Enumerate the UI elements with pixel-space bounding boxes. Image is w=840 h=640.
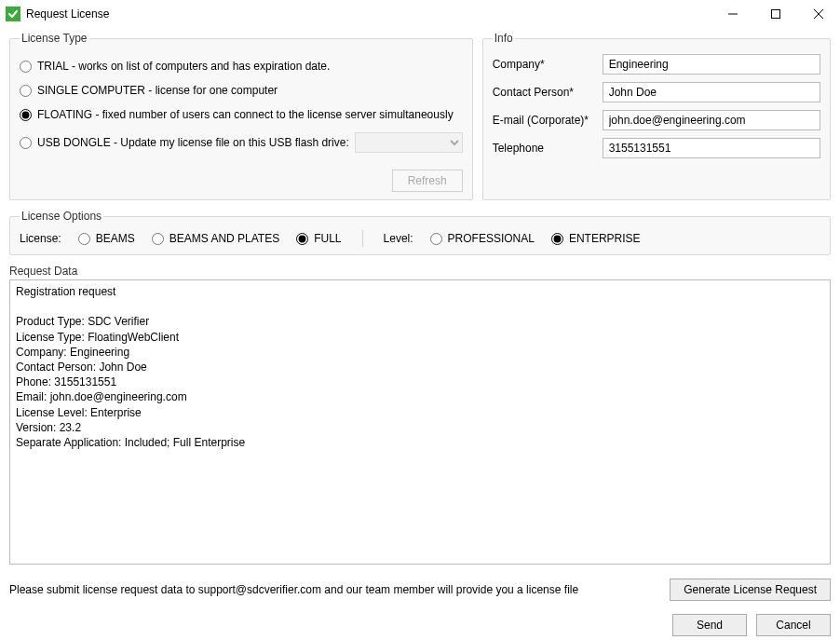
license-type-group: License Type TRIAL - works on list of co… — [9, 32, 473, 200]
minimize-button[interactable] — [711, 0, 754, 28]
license-options-group: License Options License: BEAMS BEAMS AND… — [9, 210, 831, 255]
radio-floating[interactable] — [20, 109, 32, 121]
license-type-usb-row: USB DONGLE - Update my license file on t… — [20, 127, 463, 158]
level-professional[interactable]: PROFESSIONAL — [430, 232, 535, 245]
email-label: E-mail (Corporate)* — [493, 114, 603, 127]
cancel-button[interactable]: Cancel — [756, 614, 831, 636]
request-data-legend: Request Data — [9, 265, 831, 278]
license-options-legend: License Options — [20, 210, 103, 223]
radio-single[interactable] — [20, 85, 32, 97]
radio-full[interactable] — [296, 233, 308, 245]
radio-beams[interactable] — [78, 233, 90, 245]
generate-license-request-button[interactable]: Generate License Request — [670, 579, 831, 601]
license-type-floating[interactable]: FLOATING - fixed number of users can con… — [20, 102, 463, 127]
radio-trial[interactable] — [20, 61, 32, 73]
radio-beams-plates[interactable] — [152, 233, 164, 245]
usb-drive-select — [355, 132, 463, 153]
level-enterprise[interactable]: ENTERPRISE — [551, 232, 641, 245]
request-data-textarea[interactable] — [9, 279, 831, 565]
radio-beams-plates-label: BEAMS AND PLATES — [169, 232, 279, 245]
app-icon — [6, 7, 20, 21]
radio-enterprise-label: ENTERPRISE — [569, 232, 641, 245]
send-button[interactable]: Send — [672, 614, 747, 636]
license-label: License: — [20, 232, 61, 245]
info-legend: Info — [493, 32, 515, 45]
refresh-button: Refresh — [392, 170, 463, 192]
license-full[interactable]: FULL — [296, 232, 341, 245]
info-group: Info Company* Contact Person* E-mail (Co… — [482, 32, 831, 200]
titlebar: Request License — [0, 0, 840, 28]
radio-usb-label: USB DONGLE - Update my license file on t… — [37, 136, 349, 149]
radio-full-label: FULL — [314, 232, 341, 245]
email-input[interactable] — [603, 110, 820, 130]
options-separator — [362, 230, 363, 247]
license-beams[interactable]: BEAMS — [78, 232, 135, 245]
svg-rect-1 — [772, 10, 780, 19]
company-input[interactable] — [603, 54, 820, 75]
maximize-button[interactable] — [754, 0, 797, 28]
license-beams-plates[interactable]: BEAMS AND PLATES — [152, 232, 279, 245]
contact-label: Contact Person* — [493, 86, 603, 99]
company-label: Company* — [493, 58, 603, 71]
radio-trial-label: TRIAL - works on list of computers and h… — [37, 60, 330, 73]
radio-usb[interactable] — [20, 137, 32, 149]
license-type-single[interactable]: SINGLE COMPUTER - license for one comput… — [20, 78, 463, 102]
radio-floating-label: FLOATING - fixed number of users can con… — [37, 108, 454, 121]
telephone-label: Telephone — [493, 142, 603, 155]
submit-instruction: Please submit license request data to su… — [9, 583, 670, 596]
telephone-input[interactable] — [603, 138, 820, 158]
radio-professional[interactable] — [430, 233, 442, 245]
window-title: Request License — [26, 7, 109, 20]
close-button[interactable] — [797, 0, 840, 28]
radio-beams-label: BEAMS — [96, 232, 135, 245]
radio-professional-label: PROFESSIONAL — [448, 232, 535, 245]
contact-input[interactable] — [603, 82, 820, 102]
license-type-trial[interactable]: TRIAL - works on list of computers and h… — [20, 54, 463, 78]
level-label: Level: — [384, 232, 413, 245]
radio-single-label: SINGLE COMPUTER - license for one comput… — [37, 84, 278, 97]
radio-enterprise[interactable] — [551, 233, 563, 245]
license-type-legend: License Type — [20, 32, 89, 45]
